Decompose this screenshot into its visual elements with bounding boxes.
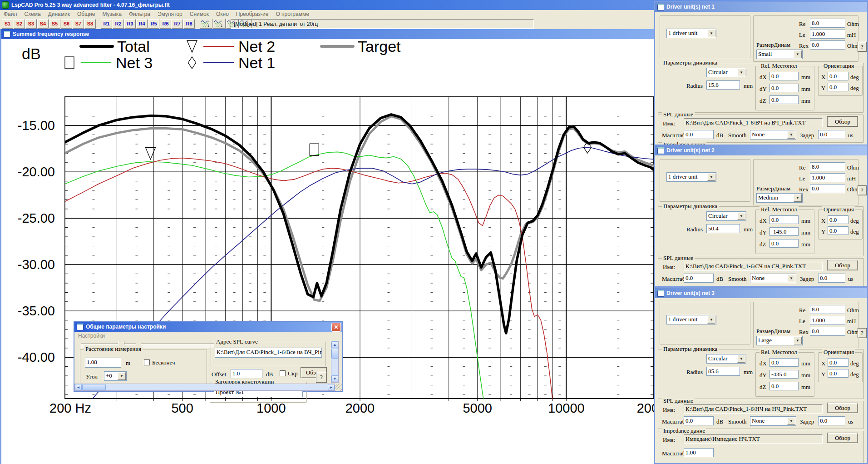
panel-titlebar[interactable]: Driver unit(s) net 1: [655, 2, 867, 12]
shape-select[interactable]: Circular▼: [706, 354, 746, 364]
help-button[interactable]: ?: [858, 185, 867, 195]
browse-button[interactable]: Обзор: [827, 403, 858, 413]
toolbar-button-s1[interactable]: S1: [2, 19, 13, 29]
menu-item[interactable]: Файл: [0, 11, 21, 17]
driver-count-select[interactable]: 1 driver unit▼: [666, 29, 716, 38]
dialog-titlebar[interactable]: Общие параметры настройки: [74, 322, 342, 332]
orient-x-field[interactable]: 0.0: [828, 358, 848, 367]
menu-item[interactable]: Снимок: [186, 11, 212, 17]
angle-select[interactable]: +0▼: [104, 371, 127, 381]
orient-y-field[interactable]: 0.0: [828, 226, 848, 235]
shape-select[interactable]: Circular▼: [706, 68, 746, 77]
wave-tool-icon[interactable]: 2: [213, 19, 226, 29]
dialog-hscrollbar[interactable]: ◄ ►: [74, 384, 335, 391]
panel-titlebar[interactable]: Driver unit(s) net 2: [655, 145, 867, 155]
dx-field[interactable]: 0.0: [769, 358, 799, 367]
toolbar-button-s8[interactable]: S8: [84, 19, 96, 29]
driver-count-select[interactable]: 1 driver unit▼: [666, 172, 716, 182]
spl-path-field[interactable]: К:\Вит\Для CAD\Pinck_1-6\Все на ВЧ_Pink.…: [215, 348, 322, 358]
browse-button[interactable]: Обзор: [827, 260, 858, 270]
menu-item[interactable]: Эмулятор: [154, 11, 186, 17]
dialog-menu-settings[interactable]: Настройки: [74, 332, 342, 340]
re-field[interactable]: 8.0: [810, 19, 845, 28]
browse-button[interactable]: Обзор: [827, 433, 858, 443]
toolbar-button-s6[interactable]: S6: [61, 19, 72, 29]
radius-field[interactable]: 50.4: [706, 224, 740, 233]
help-button[interactable]: ?: [316, 372, 327, 383]
rex-field[interactable]: 0.0: [810, 327, 845, 336]
hscroll-thumb[interactable]: [82, 384, 106, 390]
scale-field[interactable]: 0.0: [684, 274, 714, 283]
toolbar-button-s5[interactable]: S5: [49, 19, 60, 29]
toolbar-button-s7[interactable]: S7: [73, 19, 84, 29]
slider-track-2[interactable]: [141, 344, 214, 348]
orient-x-field[interactable]: 0.0: [828, 72, 848, 80]
toolbar-button-s3[interactable]: S3: [25, 19, 37, 29]
smooth-select[interactable]: None▼: [750, 130, 796, 140]
offset-field[interactable]: 1.0: [231, 369, 262, 379]
rex-field[interactable]: 0.0: [810, 40, 845, 50]
scale-field[interactable]: 0.0: [684, 130, 714, 139]
radius-field[interactable]: 85.6: [706, 367, 740, 376]
dx-field[interactable]: 0.0: [769, 215, 799, 224]
scale-field[interactable]: 0.0: [684, 416, 714, 425]
delay-field[interactable]: 0.0: [818, 416, 845, 425]
dy-field[interactable]: -145.0: [769, 227, 799, 236]
toolbar-button-r3[interactable]: R3: [124, 19, 136, 29]
help-button[interactable]: ?: [858, 42, 867, 52]
impedance-scale-field[interactable]: 1.00: [684, 448, 714, 457]
dx-field[interactable]: 0.0: [769, 72, 799, 80]
menu-item[interactable]: Общие: [74, 11, 99, 17]
menu-item[interactable]: О программе: [272, 11, 312, 17]
menu-item[interactable]: Фильтра: [125, 11, 154, 17]
driver-count-select[interactable]: 1 driver unit▼: [666, 315, 716, 324]
menu-item[interactable]: Схема: [21, 11, 44, 17]
size-select[interactable]: Small▼: [756, 50, 803, 59]
le-field[interactable]: 1.000: [810, 30, 845, 39]
impedance-file-field[interactable]: Импеданс\Импеданс НЧ.TXT: [684, 434, 823, 444]
menu-item[interactable]: Преобраз-ие: [232, 11, 272, 17]
vscroll-thumb[interactable]: [331, 349, 338, 359]
spl-file-field[interactable]: К:\Вит\Для CAD\Pinck_1-6\НЧ на НЧ_Pink.T…: [684, 404, 823, 414]
hide-checkbox[interactable]: [280, 370, 286, 376]
le-field[interactable]: 1.000: [810, 316, 845, 325]
orient-y-field[interactable]: 0.0: [828, 83, 848, 91]
radius-field[interactable]: 15.6: [706, 80, 740, 90]
orient-x-field[interactable]: 0.0: [828, 215, 848, 224]
browse-button[interactable]: Обзор: [827, 116, 858, 127]
toolbar-button-r6[interactable]: R6: [160, 19, 171, 29]
orient-y-field[interactable]: 0.0: [828, 369, 848, 378]
dialog-vscrollbar[interactable]: ▲ ▼: [331, 341, 339, 383]
toolbar-button-r1[interactable]: R1: [101, 19, 112, 29]
shape-select[interactable]: Circular▼: [706, 211, 746, 221]
menu-item[interactable]: Музыка: [99, 11, 125, 17]
wave-tool-icon[interactable]: 1: [200, 19, 212, 29]
spl-file-field[interactable]: К:\Вит\Для CAD\Pinck_1-6\ВЧ на ВЧ_Pink.T…: [684, 118, 823, 127]
scroll-up-icon[interactable]: ▲: [331, 341, 338, 348]
dy-field[interactable]: -435.0: [769, 370, 799, 379]
scroll-right-icon[interactable]: ►: [328, 384, 335, 390]
delay-field[interactable]: 0.0: [818, 274, 845, 283]
smooth-select[interactable]: None▼: [750, 416, 796, 426]
menu-item[interactable]: Динамик: [44, 11, 74, 17]
scroll-down-icon[interactable]: ▼: [331, 375, 338, 382]
re-field[interactable]: 8.0: [810, 305, 845, 314]
dz-field[interactable]: 0.0: [769, 382, 799, 390]
smooth-select[interactable]: None▼: [750, 274, 796, 283]
distance-field[interactable]: 1.08: [85, 358, 121, 368]
toolbar-button-r7[interactable]: R7: [172, 19, 183, 29]
menu-item[interactable]: Окно: [212, 11, 232, 17]
scroll-left-icon[interactable]: ◄: [75, 384, 82, 390]
chart-window-titlebar[interactable]: Summed frequency response: [1, 29, 654, 39]
dy-field[interactable]: 0.0: [769, 84, 799, 92]
resize-grip[interactable]: [335, 384, 342, 391]
panel-titlebar[interactable]: Driver unit(s) net 3: [655, 288, 867, 298]
infinite-checkbox[interactable]: [144, 359, 150, 365]
delay-field[interactable]: 0.0: [818, 130, 845, 139]
spl-file-field[interactable]: К:\Вит\Для CAD\Pinck_1-6\СЧ на СЧ_Pink.T…: [684, 262, 823, 271]
size-select[interactable]: Large▼: [756, 336, 803, 345]
rex-field[interactable]: 0.0: [810, 184, 845, 193]
dz-field[interactable]: 0.0: [769, 239, 799, 248]
size-select[interactable]: Medium▼: [756, 193, 803, 203]
help-button[interactable]: ?: [858, 328, 867, 338]
